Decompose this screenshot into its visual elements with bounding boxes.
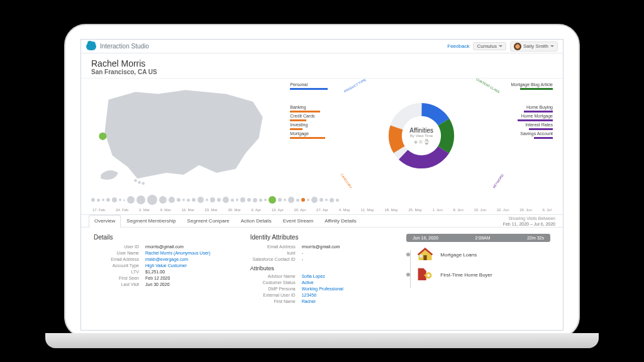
timeline-bubble[interactable] bbox=[127, 196, 135, 204]
timeline-bubble[interactable] bbox=[192, 198, 196, 202]
detail-row: External User ID123456 bbox=[250, 293, 394, 297]
timeline-bubble[interactable] bbox=[136, 195, 145, 204]
detail-key: LTV bbox=[94, 270, 139, 274]
timeline-tick: 27. Apr bbox=[316, 208, 328, 212]
timeline-bubble[interactable] bbox=[169, 197, 175, 203]
detail-value[interactable]: Sofia Lopez bbox=[302, 274, 325, 278]
details-panel: Details User IDrmorris@gmail.comUser Nam… bbox=[94, 234, 238, 324]
detail-row: Account TypeHigh Value Customer bbox=[94, 263, 238, 268]
ring-label-product-type: PRODUCT TYPE bbox=[343, 78, 367, 94]
timeline-bubble[interactable] bbox=[296, 199, 299, 202]
timeline-bubble[interactable] bbox=[102, 199, 104, 201]
timeline-bubble[interactable] bbox=[119, 199, 121, 201]
detail-value[interactable]: Rachel bbox=[302, 299, 316, 304]
timeline-bubble[interactable] bbox=[206, 199, 208, 201]
detail-value: $1,251.00 bbox=[145, 270, 165, 274]
timeline-bubble[interactable] bbox=[91, 198, 95, 202]
affinity-bar bbox=[534, 137, 553, 139]
detail-key: First Seen bbox=[94, 276, 139, 280]
detail-value: Feb 12 2020 bbox=[145, 276, 170, 280]
timeline-bubble[interactable] bbox=[187, 199, 190, 202]
timeline-bubble[interactable] bbox=[288, 197, 294, 203]
timeline-bubble[interactable] bbox=[177, 198, 180, 202]
visit-event[interactable]: Mortgage Loans bbox=[406, 247, 550, 262]
detail-key: Last Visit bbox=[94, 282, 139, 287]
affinity-label[interactable]: Home Mortgage bbox=[521, 114, 553, 118]
detail-value: - bbox=[302, 251, 303, 255]
affinity-bar bbox=[524, 111, 553, 112]
detail-value[interactable]: Working Professional bbox=[302, 287, 343, 291]
timeline-bubble[interactable] bbox=[197, 197, 204, 203]
timeline-bubble[interactable] bbox=[284, 199, 286, 201]
detail-value[interactable]: High Value Customer bbox=[145, 263, 187, 268]
affinities-subtitle: By View Time bbox=[409, 134, 433, 138]
timeline-tick: 30. Mar bbox=[228, 208, 240, 212]
user-menu[interactable]: Sally Smith bbox=[510, 41, 558, 52]
feedback-link[interactable]: Feedback bbox=[447, 43, 469, 49]
timeline-bubble[interactable] bbox=[307, 199, 309, 201]
timeline-bubble[interactable] bbox=[223, 197, 229, 203]
timeline-bubble[interactable] bbox=[210, 197, 215, 202]
visit-date: Jun 16, 2020 bbox=[413, 236, 438, 240]
timeline-bubble[interactable] bbox=[247, 198, 251, 202]
affinity-bar bbox=[529, 128, 553, 130]
detail-row: User NameRachel Morris (Anonymous User) bbox=[94, 251, 238, 255]
detail-value[interactable]: Rachel Morris (Anonymous User) bbox=[145, 251, 210, 255]
affinity-label[interactable]: Mortgage bbox=[290, 131, 334, 136]
timeline-bubble[interactable] bbox=[330, 198, 334, 202]
timeline-bubble[interactable] bbox=[236, 199, 238, 201]
tab-affinity-details[interactable]: Affinity Details bbox=[319, 215, 362, 227]
tab-action-details[interactable]: Action Details bbox=[235, 215, 277, 227]
affinity-mode-icons[interactable]: ◉ ⊞ ⌚ bbox=[409, 140, 433, 145]
timeline-tick: 15. Jun bbox=[474, 208, 486, 212]
detail-value[interactable]: 123456 bbox=[302, 293, 316, 297]
svg-point-1 bbox=[134, 179, 137, 182]
visit-event[interactable]: First-Time Home Buyer bbox=[406, 267, 550, 282]
affinity-label[interactable]: Home Buying bbox=[526, 105, 553, 109]
timeline-bubble[interactable] bbox=[301, 198, 305, 202]
timeline-bubble[interactable] bbox=[336, 199, 339, 202]
tab-event-stream[interactable]: Event Stream bbox=[277, 215, 319, 227]
timeline-bubble[interactable] bbox=[147, 195, 157, 205]
affinity-label[interactable]: Savings Account bbox=[520, 131, 553, 136]
timeline-bubble[interactable] bbox=[264, 199, 267, 201]
timeline-bubble[interactable] bbox=[182, 199, 185, 201]
svg-point-3 bbox=[142, 182, 145, 185]
affinities-donut[interactable]: Affinities By View Time ◉ ⊞ ⌚ PRODUCT TY… bbox=[338, 82, 505, 189]
timeline-bubble[interactable] bbox=[240, 197, 245, 202]
affinity-label[interactable]: Personal bbox=[290, 82, 334, 87]
timeline-bubble[interactable] bbox=[325, 199, 328, 201]
profile-name: Rachel Morris bbox=[91, 58, 553, 69]
detail-key: DMP Persona bbox=[250, 287, 296, 291]
visit-event-label: Mortgage Loans bbox=[440, 252, 477, 258]
timeline-bubble[interactable] bbox=[97, 199, 100, 202]
timeline-bubble[interactable] bbox=[253, 198, 257, 202]
tab-overview[interactable]: Overview bbox=[89, 215, 121, 228]
detail-value[interactable]: mskb@evergage.com bbox=[145, 257, 188, 261]
affinity-label[interactable]: Mortgage Blog Article bbox=[511, 82, 553, 87]
detail-value: - bbox=[302, 257, 303, 261]
keys-icon bbox=[416, 267, 434, 282]
timeline-bubble[interactable] bbox=[231, 199, 234, 202]
timeline-bubble[interactable] bbox=[159, 196, 167, 204]
affinity-label[interactable]: Interest Rates bbox=[525, 123, 553, 127]
timeline-bubble[interactable] bbox=[217, 198, 221, 202]
affinity-label[interactable]: Credit Cards bbox=[290, 114, 334, 118]
org-switcher[interactable]: Cumulus bbox=[473, 42, 506, 50]
timeline-bubble[interactable] bbox=[259, 199, 262, 202]
tab-segment-membership[interactable]: Segment Membership bbox=[121, 215, 181, 227]
timeline-bubble[interactable] bbox=[311, 197, 318, 203]
timeline-bubble[interactable] bbox=[319, 198, 323, 202]
detail-value[interactable]: Active bbox=[302, 280, 314, 285]
timeline-bubble[interactable] bbox=[123, 199, 125, 201]
timeline-bubble[interactable] bbox=[106, 198, 110, 202]
visit-timeline[interactable]: 17. Feb24. Feb2. Mar9. Mar16. Mar23. Mar… bbox=[81, 189, 563, 212]
chevron-down-icon bbox=[550, 45, 554, 49]
affinity-label[interactable]: Investing bbox=[290, 123, 334, 127]
timeline-bubble[interactable] bbox=[269, 196, 276, 204]
affinity-label[interactable]: Banking bbox=[290, 105, 334, 109]
timeline-bubble[interactable] bbox=[278, 198, 282, 202]
tab-segment-compare[interactable]: Segment Compare bbox=[182, 215, 235, 227]
detail-key: Salesforce Contact ID bbox=[250, 257, 296, 261]
timeline-bubble[interactable] bbox=[112, 197, 117, 202]
